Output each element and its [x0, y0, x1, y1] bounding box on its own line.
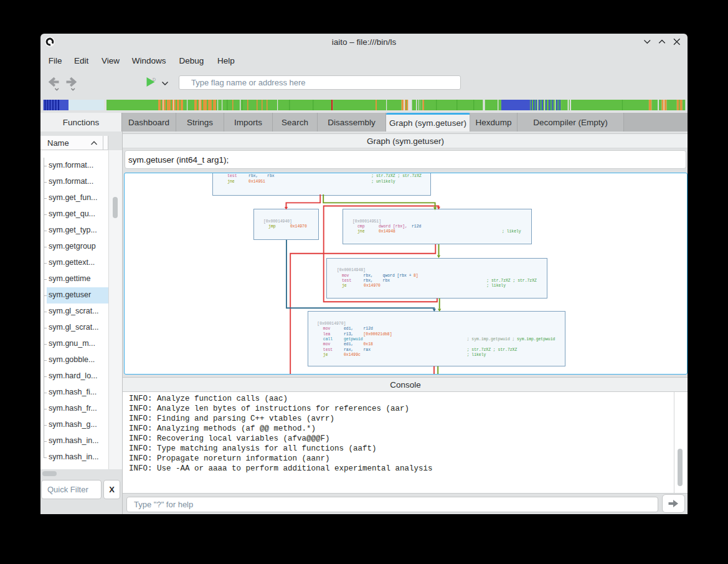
svg-text:D: D — [153, 77, 156, 82]
